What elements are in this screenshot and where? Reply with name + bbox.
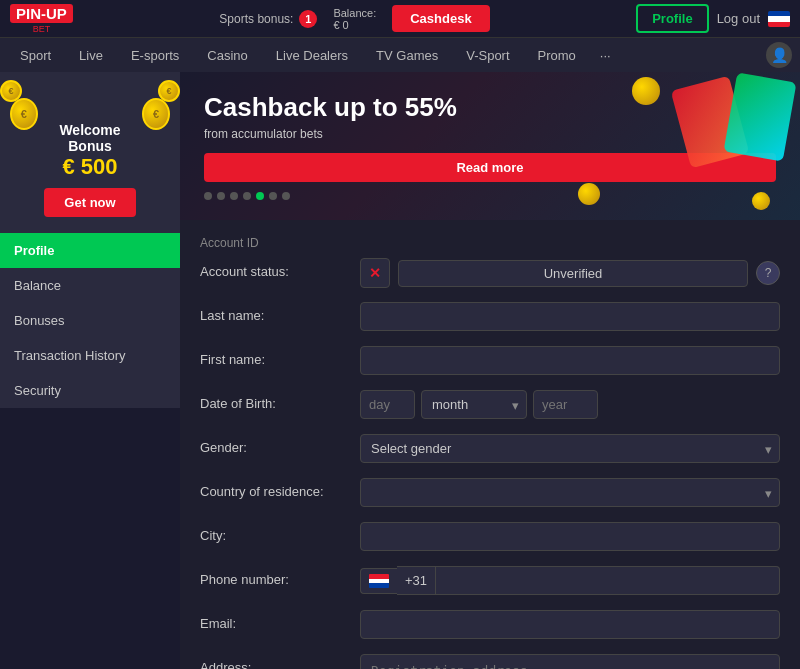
coin-icon-l: € bbox=[10, 98, 38, 130]
profile-form: Account ID Account status: ✕ Unverified … bbox=[180, 220, 800, 669]
left-sidebar: € € € Welcome Bonus € 500 € Get now Prof… bbox=[0, 72, 180, 669]
form-row-phone: Phone number: +31 bbox=[200, 566, 780, 598]
top-bar: PIN-UP BET Sports bonus: 1 Balance: € 0 … bbox=[0, 0, 800, 38]
banner-coin3-icon bbox=[752, 192, 770, 210]
banner-dot-6[interactable] bbox=[269, 192, 277, 200]
address-textarea[interactable] bbox=[360, 654, 780, 669]
status-row: ✕ Unverified ? bbox=[360, 258, 780, 288]
form-label-city: City: bbox=[200, 522, 360, 543]
nav-item-casino[interactable]: Casino bbox=[195, 42, 259, 69]
banner-dot-7[interactable] bbox=[282, 192, 290, 200]
form-row-email: Email: bbox=[200, 610, 780, 642]
logout-button[interactable]: Log out bbox=[717, 11, 760, 26]
main-content: € € € Welcome Bonus € 500 € Get now Prof… bbox=[0, 72, 800, 669]
gender-select-wrapper: Select gender Male Female ▾ bbox=[360, 434, 780, 463]
form-field-status: ✕ Unverified ? bbox=[360, 258, 780, 288]
logo-text: PIN-UP bbox=[10, 4, 73, 23]
form-label-dob: Date of Birth: bbox=[200, 390, 360, 411]
welcome-bonus-box: € € € Welcome Bonus € 500 € Get now bbox=[0, 72, 180, 233]
nav-item-live[interactable]: Live bbox=[67, 42, 115, 69]
user-avatar-icon[interactable]: 👤 bbox=[766, 42, 792, 68]
phone-number-input[interactable] bbox=[436, 566, 780, 595]
form-label-phone: Phone number: bbox=[200, 566, 360, 587]
form-field-dob: month JanuaryFebruaryMarch AprilMayJune … bbox=[360, 390, 780, 419]
form-row-dob: Date of Birth: month JanuaryFebruaryMarc… bbox=[200, 390, 780, 422]
coin-icon-tl: € bbox=[0, 80, 22, 102]
nav-item-tv-games[interactable]: TV Games bbox=[364, 42, 450, 69]
first-name-input[interactable] bbox=[360, 346, 780, 375]
balance: Balance: € 0 bbox=[333, 7, 376, 31]
banner-dot-2[interactable] bbox=[217, 192, 225, 200]
logo-sub: BET bbox=[33, 24, 51, 34]
banner-dot-4[interactable] bbox=[243, 192, 251, 200]
nav-item-live-dealers[interactable]: Live Dealers bbox=[264, 42, 360, 69]
form-label-status: Account status: bbox=[200, 258, 360, 279]
status-badge: Unverified bbox=[398, 260, 748, 287]
balance-label: Balance: bbox=[333, 7, 376, 19]
get-now-button[interactable]: Get now bbox=[44, 188, 135, 217]
dob-day-input[interactable] bbox=[360, 390, 415, 419]
nav-right: 👤 bbox=[766, 42, 792, 68]
coin-icon-r: € bbox=[142, 98, 170, 130]
form-row-gender: Gender: Select gender Male Female ▾ bbox=[200, 434, 780, 466]
form-label-address: Address: bbox=[200, 654, 360, 669]
cashdesk-button[interactable]: Cashdesk bbox=[392, 5, 489, 32]
form-field-gender: Select gender Male Female ▾ bbox=[360, 434, 780, 463]
phone-row: +31 bbox=[360, 566, 780, 595]
language-flag-icon[interactable] bbox=[768, 11, 790, 27]
status-help-icon[interactable]: ? bbox=[756, 261, 780, 285]
nav-item-esports[interactable]: E-sports bbox=[119, 42, 191, 69]
form-row-status: Account status: ✕ Unverified ? bbox=[200, 258, 780, 290]
banner-pagination bbox=[204, 192, 776, 200]
nav-item-promo[interactable]: Promo bbox=[526, 42, 588, 69]
form-field-email bbox=[360, 610, 780, 639]
sidebar-item-transaction-history[interactable]: Transaction History bbox=[0, 338, 180, 373]
status-x-button[interactable]: ✕ bbox=[360, 258, 390, 288]
nav-item-vsport[interactable]: V-Sport bbox=[454, 42, 521, 69]
form-row-lastname: Last name: bbox=[200, 302, 780, 334]
form-field-firstname bbox=[360, 346, 780, 375]
dob-month-select[interactable]: month JanuaryFebruaryMarch AprilMayJune … bbox=[421, 390, 527, 419]
email-input[interactable] bbox=[360, 610, 780, 639]
coins-decoration: € € bbox=[0, 80, 180, 102]
top-center: Sports bonus: 1 Balance: € 0 Cashdesk bbox=[219, 5, 489, 32]
dob-year-input[interactable] bbox=[533, 390, 598, 419]
gender-select[interactable]: Select gender Male Female bbox=[360, 434, 780, 463]
sports-bonus: Sports bonus: 1 bbox=[219, 10, 317, 28]
sidebar-item-bonuses[interactable]: Bonuses bbox=[0, 303, 180, 338]
welcome-bonus-title: Welcome Bonus bbox=[44, 122, 136, 154]
form-row-firstname: First name: bbox=[200, 346, 780, 378]
dob-row: month JanuaryFebruaryMarch AprilMayJune … bbox=[360, 390, 780, 419]
sidebar-item-profile[interactable]: Profile bbox=[0, 233, 180, 268]
banner-dot-1[interactable] bbox=[204, 192, 212, 200]
welcome-bonus-amount: € 500 bbox=[44, 154, 136, 180]
form-label-country: Country of residence: bbox=[200, 478, 360, 499]
banner-coin1-icon bbox=[632, 77, 660, 105]
country-select-wrapper: ▾ bbox=[360, 478, 780, 507]
right-area: Cashback up to 55% from accumulator bets… bbox=[180, 72, 800, 669]
nav-item-sport[interactable]: Sport bbox=[8, 42, 63, 69]
city-input[interactable] bbox=[360, 522, 780, 551]
phone-flag-selector[interactable] bbox=[360, 568, 397, 594]
account-id-label: Account ID bbox=[200, 236, 780, 250]
nav-more-dots[interactable]: ··· bbox=[592, 42, 619, 69]
banner: Cashback up to 55% from accumulator bets… bbox=[180, 72, 800, 220]
form-label-firstname: First name: bbox=[200, 346, 360, 367]
last-name-input[interactable] bbox=[360, 302, 780, 331]
phone-code-display: +31 bbox=[397, 566, 436, 595]
profile-button[interactable]: Profile bbox=[636, 4, 708, 33]
form-label-lastname: Last name: bbox=[200, 302, 360, 323]
sidebar-item-security[interactable]: Security bbox=[0, 373, 180, 408]
form-label-gender: Gender: bbox=[200, 434, 360, 455]
form-field-phone: +31 bbox=[360, 566, 780, 595]
sidebar-item-balance[interactable]: Balance bbox=[0, 268, 180, 303]
form-row-city: City: bbox=[200, 522, 780, 554]
banner-dot-5[interactable] bbox=[256, 192, 264, 200]
top-right: Profile Log out bbox=[636, 4, 790, 33]
banner-dot-3[interactable] bbox=[230, 192, 238, 200]
country-select[interactable] bbox=[360, 478, 780, 507]
form-label-email: Email: bbox=[200, 610, 360, 631]
form-field-address bbox=[360, 654, 780, 669]
balance-value: € 0 bbox=[333, 19, 376, 31]
form-field-city bbox=[360, 522, 780, 551]
